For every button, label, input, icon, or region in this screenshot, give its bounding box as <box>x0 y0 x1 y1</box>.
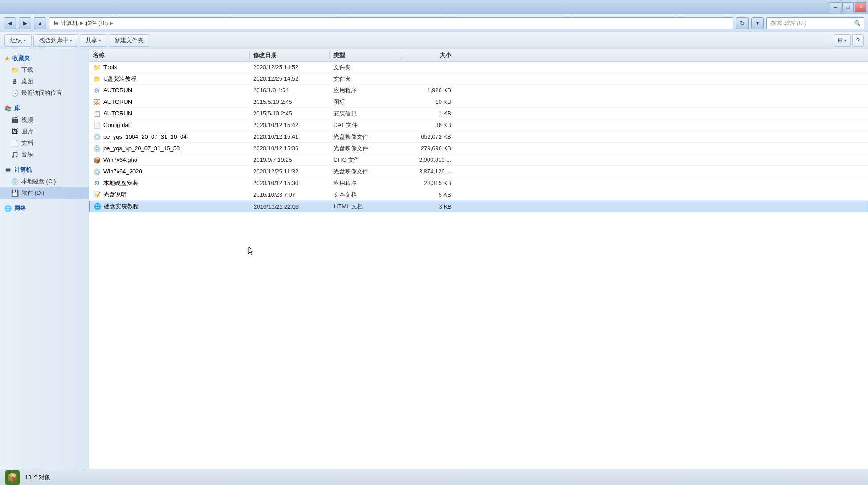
file-type-cell: HTML 文档 <box>330 202 402 210</box>
file-name-text: 本地硬盘安装 <box>103 179 138 187</box>
window-controls: ─ □ ✕ <box>830 2 866 12</box>
file-name-text: AUTORUN <box>103 87 132 94</box>
sidebar-item-document[interactable]: 📄 文档 <box>0 137 89 149</box>
table-row[interactable]: 📝 光盘说明 2016/10/23 7:07 文本文档 5 KB <box>89 189 868 201</box>
help-icon: ? <box>856 37 860 44</box>
table-row[interactable]: 📁 Tools 2020/12/25 14:52 文件夹 <box>89 62 868 73</box>
file-name-text: U盘安装教程 <box>103 75 136 83</box>
file-icon: ⚙ <box>93 86 101 95</box>
search-box[interactable]: 搜索 软件 (D:) 🔍 <box>766 17 864 29</box>
file-size-cell: 3 KB <box>402 203 455 210</box>
file-icon: 📋 <box>93 110 101 118</box>
library-header[interactable]: 📚 库 <box>0 103 89 114</box>
breadcrumb[interactable]: 🖥 计算机 ▶ 软件 (D:) ▶ <box>49 17 733 29</box>
minimize-button[interactable]: ─ <box>830 2 841 12</box>
table-row[interactable]: 💿 Win7x64_2020 2020/12/25 11:32 光盘映像文件 3… <box>89 166 868 177</box>
sidebar-item-local-c[interactable]: 💿 本地磁盘 (C:) <box>0 176 89 187</box>
table-row[interactable]: 📄 Config.dat 2020/10/12 15:42 DAT 文件 36 … <box>89 119 868 131</box>
organize-button[interactable]: 组织 ▾ <box>4 34 32 47</box>
favorites-header[interactable]: ★ 收藏夹 <box>0 53 89 64</box>
table-row[interactable]: 📁 U盘安装教程 2020/12/25 14:52 文件夹 <box>89 73 868 85</box>
desktop-icon: 🖥 <box>11 78 19 86</box>
file-type-cell: 应用程序 <box>330 179 401 187</box>
file-name-text: AUTORUN <box>103 99 132 105</box>
file-type-cell: 安装信息 <box>330 110 401 118</box>
include-arrow: ▾ <box>70 38 72 43</box>
file-name-text: Win7x64.gho <box>103 156 137 163</box>
address-dropdown[interactable]: ▾ <box>751 17 764 29</box>
search-placeholder: 搜索 软件 (D:) <box>770 19 806 27</box>
file-type-cell: 光盘映像文件 <box>330 168 401 176</box>
file-icon: 💿 <box>93 133 101 141</box>
table-row[interactable]: 💿 pe_yqs_xp_20_07_31_15_53 2020/10/12 15… <box>89 143 868 154</box>
file-icon: 📁 <box>93 63 101 71</box>
drive-c-icon: 💿 <box>11 177 19 185</box>
share-button[interactable]: 共享 ▾ <box>80 34 107 47</box>
column-type[interactable]: 类型 <box>330 51 401 59</box>
file-icon: 💿 <box>93 168 101 176</box>
file-size-cell: 1 KB <box>401 110 455 117</box>
share-label: 共享 <box>86 37 97 45</box>
table-row[interactable]: 📦 Win7x64.gho 2019/9/7 19:25 GHO 文件 2,90… <box>89 154 868 166</box>
views-button[interactable]: ⊞ ▾ <box>834 34 851 47</box>
desktop-label: 桌面 <box>21 78 33 86</box>
favorites-label: 收藏夹 <box>12 54 30 62</box>
file-name-text: pe_yqs_1064_20_07_31_16_04 <box>103 133 187 140</box>
computer-section: 💻 计算机 💿 本地磁盘 (C:) 💾 软件 (D:) <box>0 164 89 199</box>
file-list-header: 名称 修改日期 类型 大小 <box>89 49 868 62</box>
forward-button[interactable]: ▶ <box>19 17 31 29</box>
sidebar-item-picture[interactable]: 🖼 图片 <box>0 126 89 137</box>
maximize-button[interactable]: □ <box>842 2 854 12</box>
file-type-cell: 文本文档 <box>330 191 401 199</box>
file-name-cell: 📦 Win7x64.gho <box>89 156 250 164</box>
column-size[interactable]: 大小 <box>401 51 455 59</box>
file-name-text: 光盘说明 <box>103 191 127 199</box>
file-name-cell: 🖼 AUTORUN <box>89 98 250 106</box>
table-row[interactable]: 💿 pe_yqs_1064_20_07_31_16_04 2020/10/12 … <box>89 131 868 143</box>
music-label: 音乐 <box>21 151 33 159</box>
download-label: 下载 <box>21 66 33 74</box>
file-type-cell: DAT 文件 <box>330 121 401 129</box>
file-size-cell: 28,315 KB <box>401 180 455 186</box>
network-header[interactable]: 🌐 网络 <box>0 202 89 214</box>
file-icon: 💿 <box>93 144 101 152</box>
table-row[interactable]: 🌐 硬盘安装教程 2016/11/21 22:03 HTML 文档 3 KB <box>89 201 868 212</box>
sidebar-item-video[interactable]: 🎬 视频 <box>0 114 89 126</box>
back-button[interactable]: ◀ <box>4 17 16 29</box>
local-c-label: 本地磁盘 (C:) <box>21 177 56 185</box>
new-folder-button[interactable]: 新建文件夹 <box>109 34 149 47</box>
sidebar: ★ 收藏夹 📁 下载 🖥 桌面 🕒 最近访问的位置 📚 库 <box>0 49 89 469</box>
sidebar-item-music[interactable]: 🎵 音乐 <box>0 149 89 160</box>
column-date[interactable]: 修改日期 <box>250 51 330 59</box>
include-library-button[interactable]: 包含到库中 ▾ <box>33 34 78 47</box>
table-row[interactable]: ⚙ 本地硬盘安装 2020/10/12 15:30 应用程序 28,315 KB <box>89 177 868 189</box>
file-list: 名称 修改日期 类型 大小 📁 Tools 2020/12/25 14:52 文… <box>89 49 868 469</box>
file-date-cell: 2015/5/10 2:45 <box>250 110 330 117</box>
table-row[interactable]: 🖼 AUTORUN 2015/5/10 2:45 图标 10 KB <box>89 96 868 108</box>
breadcrumb-software[interactable]: 软件 (D:) <box>85 19 108 27</box>
computer-header[interactable]: 💻 计算机 <box>0 164 89 176</box>
file-date-cell: 2016/10/23 7:07 <box>250 191 330 198</box>
file-name-text: Config.dat <box>103 122 130 128</box>
up-button[interactable]: ▲ <box>34 17 46 29</box>
software-d-label: 软件 (D:) <box>21 189 44 197</box>
sidebar-item-recent[interactable]: 🕒 最近访问的位置 <box>0 87 89 99</box>
sidebar-item-download[interactable]: 📁 下载 <box>0 64 89 76</box>
table-row[interactable]: ⚙ AUTORUN 2016/1/8 4:54 应用程序 1,926 KB <box>89 85 868 96</box>
sidebar-item-software-d[interactable]: 💾 软件 (D:) <box>0 187 89 199</box>
file-name-text: 硬盘安装教程 <box>104 202 139 210</box>
sidebar-item-desktop[interactable]: 🖥 桌面 <box>0 76 89 87</box>
file-name-cell: 📝 光盘说明 <box>89 191 250 199</box>
file-name-cell: ⚙ 本地硬盘安装 <box>89 179 250 187</box>
close-button[interactable]: ✕ <box>855 2 866 12</box>
column-name[interactable]: 名称 <box>89 51 250 59</box>
toolbar: 组织 ▾ 包含到库中 ▾ 共享 ▾ 新建文件夹 ⊞ ▾ ? <box>0 32 868 49</box>
file-icon: 🖼 <box>93 98 101 106</box>
file-size-cell: 2,900,813 ... <box>401 156 455 163</box>
refresh-button[interactable]: ↻ <box>736 17 749 29</box>
file-size-cell: 279,696 KB <box>401 145 455 152</box>
address-bar: ◀ ▶ ▲ 🖥 计算机 ▶ 软件 (D:) ▶ ↻ ▾ 搜索 软件 (D:) 🔍 <box>0 14 868 32</box>
table-row[interactable]: 📋 AUTORUN 2015/5/10 2:45 安装信息 1 KB <box>89 108 868 119</box>
help-button[interactable]: ? <box>852 34 864 47</box>
breadcrumb-computer[interactable]: 计算机 <box>61 19 78 27</box>
